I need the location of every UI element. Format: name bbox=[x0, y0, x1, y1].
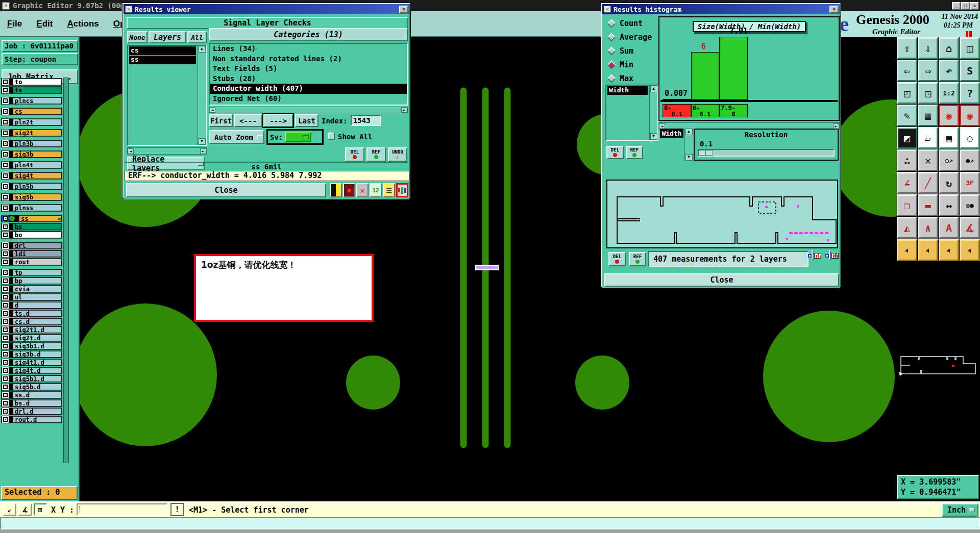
layer-row-rout[interactable]: rout bbox=[1, 258, 62, 266]
results-viewer-titlebar[interactable]: ✕ Results viewer ✕ bbox=[124, 4, 409, 14]
cursor-frame-button[interactable]: ➤ bbox=[918, 239, 938, 261]
line-measure-button[interactable]: ╱ bbox=[918, 172, 938, 194]
layer-row-sig2t[interactable]: sig2t bbox=[1, 129, 62, 137]
layer-row-sig5b1.d[interactable]: sig5b1.d bbox=[1, 375, 62, 383]
categories-hscrollbar[interactable]: ◄► bbox=[209, 107, 408, 113]
rotate-button[interactable]: ↻ bbox=[939, 172, 959, 194]
layer-row-to[interactable]: to bbox=[1, 78, 62, 86]
layer-checkbox[interactable] bbox=[2, 151, 9, 158]
layer-row-drl[interactable]: drl bbox=[1, 242, 62, 249]
select-copy-button[interactable]: ◩ bbox=[897, 127, 917, 149]
stat-option-max[interactable]: Max bbox=[608, 73, 633, 84]
resolution-slider[interactable] bbox=[698, 149, 835, 157]
auto-zoom-dropdown[interactable]: Auto Zoom bbox=[209, 130, 264, 144]
zoom-margins-button[interactable]: ◰ bbox=[897, 82, 917, 104]
layer-display-b-button[interactable]: ◉ bbox=[960, 105, 980, 126]
layer-checkbox[interactable] bbox=[2, 194, 9, 200]
stat-option-count[interactable]: Count bbox=[608, 18, 643, 29]
viewer-layer-scrollbar[interactable]: ▲▼ bbox=[198, 46, 206, 145]
layer-row-sig4t.d[interactable]: sig4t.d bbox=[1, 367, 62, 374]
layer-row-bo[interactable]: bo bbox=[1, 231, 62, 239]
s-shape-button[interactable]: S bbox=[960, 60, 980, 82]
layer-checkbox[interactable] bbox=[2, 277, 9, 284]
layer-checkbox[interactable] bbox=[2, 130, 9, 136]
category-row[interactable]: Stubs (28) bbox=[210, 74, 407, 84]
peak-measure-c-button[interactable]: A bbox=[939, 217, 959, 239]
category-row[interactable]: Lines (34) bbox=[210, 44, 407, 54]
peak-measure-a-button[interactable]: ◭ bbox=[897, 217, 917, 239]
layer-checkbox[interactable] bbox=[2, 310, 9, 317]
histogram-close-button[interactable]: Close bbox=[604, 273, 839, 287]
angle-measure-button[interactable]: ∠ bbox=[897, 172, 917, 194]
layer-checkbox[interactable] bbox=[2, 79, 9, 85]
menu-item-edit[interactable]: Edit bbox=[29, 19, 60, 29]
layer-row-tp[interactable]: tp bbox=[1, 269, 62, 276]
layer-checkbox[interactable] bbox=[2, 259, 9, 265]
layer-row-cvia[interactable]: cvia bbox=[1, 285, 62, 293]
layer-checkbox[interactable] bbox=[2, 400, 9, 407]
layer-checkbox[interactable] bbox=[2, 242, 9, 249]
query-button[interactable]: ? bbox=[960, 82, 980, 104]
shape-edit-button[interactable]: ▱ bbox=[918, 127, 938, 149]
pad-copy-button[interactable]: ❐ bbox=[897, 194, 917, 216]
layer-checkbox[interactable] bbox=[2, 205, 9, 211]
layer-checkbox[interactable] bbox=[2, 286, 9, 292]
layer-row-sig3b1.d[interactable]: sig3b1.d bbox=[1, 342, 62, 350]
pan-down-button[interactable]: ⇩ bbox=[918, 37, 938, 59]
preview-del-button[interactable]: DEL bbox=[608, 252, 626, 266]
layer-row-bs[interactable]: bs bbox=[1, 223, 62, 231]
first-button[interactable]: First bbox=[209, 114, 233, 127]
layer-checkbox[interactable] bbox=[2, 375, 9, 382]
layer-checkbox[interactable] bbox=[2, 140, 9, 147]
layer-checkbox[interactable] bbox=[2, 162, 9, 168]
export-histogram-icon[interactable] bbox=[812, 250, 814, 260]
layer-row-ss.d[interactable]: ss.d bbox=[1, 391, 62, 399]
filter-layers-button[interactable]: Layers bbox=[149, 31, 186, 43]
layer-row-pln5b[interactable]: pln5b bbox=[1, 183, 62, 190]
pad-select-button[interactable]: ◌ bbox=[960, 127, 980, 149]
viewer-layer-ss[interactable]: ss bbox=[129, 56, 196, 64]
filter-none-button[interactable]: None bbox=[127, 31, 148, 43]
tools-button[interactable]: ✎ bbox=[897, 105, 917, 126]
layer-checkbox[interactable] bbox=[2, 250, 9, 257]
layer-row-sig5b[interactable]: sig5b bbox=[1, 193, 62, 201]
scale-1-2-button[interactable]: 1:2 bbox=[939, 82, 959, 104]
pan-up-button[interactable]: ⇧ bbox=[897, 37, 917, 59]
home-view-button[interactable]: ⌂ bbox=[939, 37, 959, 59]
pause-icon[interactable] bbox=[965, 31, 972, 37]
layer-row-pln3b[interactable]: pln3b bbox=[1, 140, 62, 147]
stat-option-min[interactable]: Min bbox=[608, 60, 633, 70]
histo-ref-button[interactable]: REF bbox=[626, 146, 643, 159]
layer-checkbox[interactable] bbox=[2, 416, 9, 423]
grid-button[interactable]: ▦ bbox=[918, 105, 938, 126]
menu-item-actions[interactable]: Actions bbox=[60, 19, 106, 29]
histogram-icon[interactable] bbox=[396, 183, 408, 197]
category-row[interactable]: Conductor width (407) bbox=[210, 84, 407, 94]
del-button[interactable]: DEL bbox=[345, 147, 364, 162]
resolution-scrollbar[interactable]: ▲▼ bbox=[684, 129, 693, 161]
undo-button[interactable]: UNDO↺ bbox=[388, 147, 407, 162]
viewer-close-button[interactable]: Close bbox=[126, 183, 326, 197]
minimize-button[interactable]: _ bbox=[952, 2, 961, 10]
layer-row-sig4t[interactable]: sig4t bbox=[1, 172, 62, 180]
layer-row-plncs[interactable]: plncs bbox=[1, 97, 62, 105]
measure-list-scrollbar[interactable]: ▲▼ bbox=[649, 86, 657, 140]
layer-checkbox[interactable] bbox=[2, 223, 9, 230]
layer-row-bp[interactable]: bp bbox=[1, 277, 62, 285]
layer-checkbox[interactable] bbox=[2, 87, 9, 93]
sv-color-swatch[interactable] bbox=[285, 132, 311, 142]
cursor-select-button[interactable]: ➤ bbox=[897, 239, 917, 261]
histogram-titlebar[interactable]: ✕ Results histogram ✕ bbox=[602, 4, 840, 14]
layer-row-ul[interactable]: ul bbox=[1, 293, 62, 301]
menu-item-file[interactable]: File bbox=[0, 19, 29, 29]
pan-right-button[interactable]: ⇨ bbox=[918, 60, 938, 82]
overview-minimap[interactable] bbox=[898, 351, 978, 378]
last-button[interactable]: Last bbox=[295, 114, 318, 127]
line-style-button[interactable]: ▬ bbox=[918, 194, 938, 216]
layer-display-a-button[interactable]: ◉ bbox=[939, 105, 959, 126]
alert-button[interactable]: ! bbox=[170, 503, 184, 516]
layer-checkbox[interactable] bbox=[2, 119, 9, 125]
next-button[interactable]: ---> bbox=[263, 114, 293, 127]
twelve-page-icon[interactable]: 12 bbox=[370, 183, 382, 197]
show-all-checkbox[interactable] bbox=[328, 133, 335, 140]
